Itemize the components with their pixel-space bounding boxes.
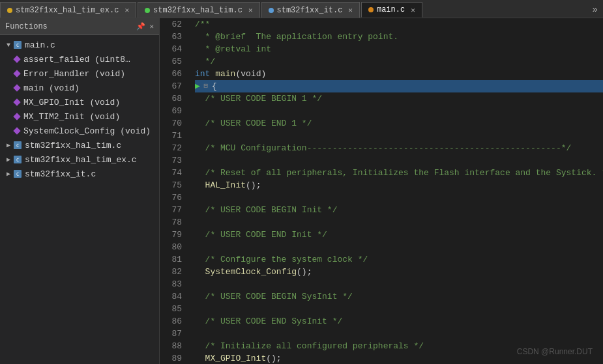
sidebar-item-assert-failed[interactable]: assert_failed (uint8_t *file, uir [0,52,159,66]
code-text-77: /* USER CODE BEGIN Init */ [195,204,337,216]
line-number-75: 75 [160,179,186,191]
code-body: 6263646566676869707172737475767778798081… [160,18,603,364]
line-number-80: 80 [160,241,186,253]
sidebar-header: Functions 📌 ✕ [0,18,159,35]
line-number-85: 85 [160,303,186,315]
code-text-81: /* Configure the system clock */ [195,253,368,266]
code-text-88: /* Initialize all configured peripherals… [195,340,424,352]
code-line-84[interactable]: /* USER CODE BEGIN SysInit */ [195,290,603,303]
line-number-66: 66 [160,68,186,80]
svg-text:C: C [16,158,19,163]
code-line-64[interactable]: * @retval int [195,43,603,55]
sidebar-item-hal-tim-ex[interactable]: ▶ C stm32f1xx_hal_tim_ex.c [0,152,159,167]
line-number-65: 65 [160,55,186,68]
tab-close-1[interactable]: ✕ [248,6,253,14]
tree-arrow-main: ▼ [4,42,13,49]
code-line-65[interactable]: */ [195,55,603,68]
code-line-70[interactable]: /* USER CODE END 1 */ [195,117,603,130]
code-line-71[interactable] [195,130,603,142]
code-content[interactable]: /** * @brief The application entry point… [192,18,603,364]
tab-stm32hal-tim[interactable]: stm32f1xx_hal_tim.c ✕ [138,2,259,18]
code-line-63[interactable]: * @brief The application entry point. [195,31,603,43]
tab-dot-yellow [7,8,12,13]
code-text-64: * @retval int [195,43,271,55]
code-line-77[interactable]: /* USER CODE BEGIN Init */ [195,204,603,216]
tab-stm32hal-tim-ex[interactable]: stm32f1xx_hal_tim_ex.c ✕ [0,2,136,18]
line-number-88: 88 [160,340,186,352]
tab-main[interactable]: main.c ✕ [361,2,422,18]
pin-icon[interactable]: 📌 [136,22,145,31]
line-number-70: 70 [160,117,186,130]
line-number-78: 78 [160,216,186,229]
line-number-74: 74 [160,167,186,179]
code-line-78[interactable] [195,216,603,229]
code-text-62: /** [195,18,210,31]
sidebar-item-error-handler[interactable]: Error_Handler (void) [0,66,159,81]
sidebar-item-it[interactable]: ▶ C stm32f1xx_it.c [0,167,159,181]
sidebar-item-mx-gpio[interactable]: MX_GPIO_Init (void) [0,95,159,109]
line-number-76: 76 [160,191,186,204]
code-line-67[interactable]: ▶⊟{ [195,80,603,92]
line-number-63: 63 [160,31,186,43]
code-line-72[interactable]: /* MCU Configuration--------------------… [195,142,603,154]
tab-dot-blue [269,8,274,13]
code-line-62[interactable]: /** [195,18,603,31]
code-line-80[interactable] [195,241,603,253]
code-line-88[interactable]: /* Initialize all configured peripherals… [195,340,603,352]
code-text-74: /* Reset of all peripherals, Initializes… [195,167,603,179]
sidebar-content: ▼ C main.c assert_failed (uint8_t *file,… [0,35,159,364]
code-line-68[interactable]: /* USER CODE BEGIN 1 */ [195,92,603,105]
fold-arrow-67[interactable]: ⊟ [201,80,211,92]
line-number-62: 62 [160,18,186,31]
code-editor: 6263646566676869707172737475767778798081… [160,18,603,364]
func-mx-tim2-label: MX_TIM2_Init (void) [23,112,120,122]
code-line-79[interactable]: /* USER CODE END Init */ [195,229,603,241]
tab-close-2[interactable]: ✕ [348,6,353,14]
tab-dot-orange [368,7,374,12]
code-line-85[interactable] [195,303,603,315]
main-layout: Functions 📌 ✕ ▼ C main.c assert_failed (… [0,18,603,364]
sidebar-item-sysclock[interactable]: SystemClock_Config (void) [0,124,159,138]
line-number-87: 87 [160,328,186,340]
diamond-icon [13,70,20,77]
code-text-67: { [212,80,217,92]
code-line-76[interactable] [195,191,603,204]
code-line-66[interactable]: int main(void) [195,68,603,80]
current-line-arrow: ▶ [195,80,200,92]
line-number-68: 68 [160,92,186,105]
code-line-75[interactable]: HAL_Init(); [195,179,603,191]
tab-close-3[interactable]: ✕ [411,6,415,14]
code-line-74[interactable]: /* Reset of all peripherals, Initializes… [195,167,603,179]
svg-text:C: C [16,43,19,48]
code-line-86[interactable]: /* USER CODE END SysInit */ [195,315,603,328]
tab-more-button[interactable]: » [587,2,603,18]
sidebar-item-hal-tim[interactable]: ▶ C stm32f1xx_hal_tim.c [0,138,159,152]
tab-close-0[interactable]: ✕ [125,6,129,14]
sidebar: Functions 📌 ✕ ▼ C main.c assert_failed (… [0,18,160,364]
code-line-89[interactable]: MX_GPIO_Init(); [195,352,603,364]
func-assert-failed-label: assert_failed (uint8_t *file, uir [23,55,134,64]
sidebar-item-main-c[interactable]: ▼ C main.c [0,38,159,52]
tab-stm32f1-it[interactable]: stm32f1xx_it.c ✕ [261,2,360,18]
sidebar-item-mx-tim2[interactable]: MX_TIM2_Init (void) [0,109,159,124]
code-line-81[interactable]: /* Configure the system clock */ [195,253,603,266]
line-number-67: 67 [160,80,186,92]
code-line-82[interactable]: SystemClock_Config(); [195,266,603,278]
diamond-icon [13,113,20,120]
line-number-73: 73 [160,154,186,167]
code-line-87[interactable] [195,328,603,340]
line-number-86: 86 [160,315,186,328]
code-line-69[interactable] [195,105,603,117]
diamond-icon [13,98,20,105]
sidebar-header-icons: 📌 ✕ [136,22,154,31]
code-line-83[interactable] [195,278,603,290]
line-number-89: 89 [160,352,186,364]
tree-arrow-it: ▶ [4,170,13,178]
code-line-73[interactable] [195,154,603,167]
sidebar-item-main-void[interactable]: main (void) [0,81,159,95]
line-number-64: 64 [160,43,186,55]
func-error-handler-label: Error_Handler (void) [23,69,125,79]
close-icon[interactable]: ✕ [149,22,154,31]
file-c-icon: C [13,40,22,49]
diamond-icon [13,84,20,91]
